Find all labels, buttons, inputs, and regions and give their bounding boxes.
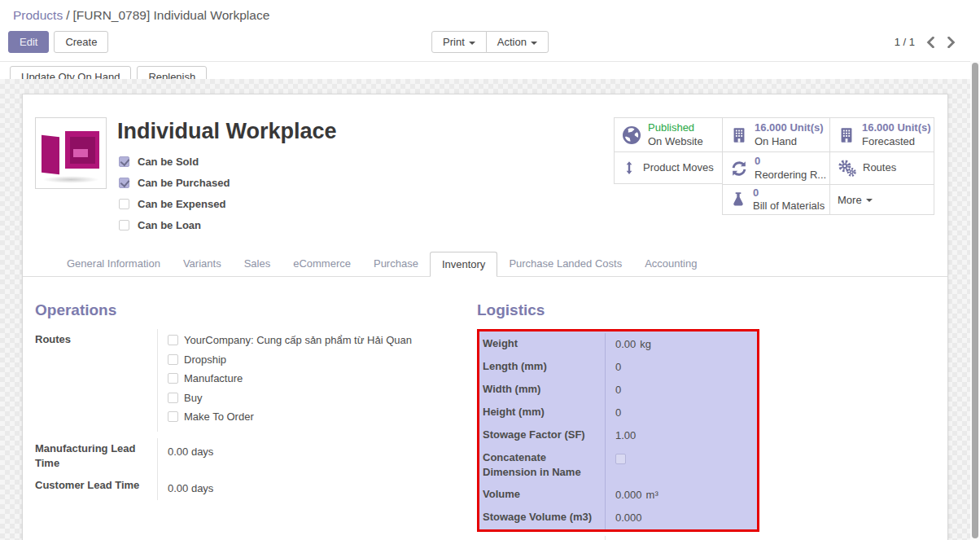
arrows-v-icon	[622, 159, 637, 177]
building-icon	[730, 126, 748, 144]
concatenate-dimension-label: Concatenate Dimension in Name	[479, 447, 605, 485]
breadcrumb-separator: /	[66, 8, 69, 22]
stat-bill-of-materials[interactable]: 0 Bill of Materials	[722, 184, 829, 215]
flag-label: Can be Expensed	[138, 198, 225, 210]
routes-label: Routes	[35, 329, 157, 432]
route-buy-checkbox[interactable]	[168, 393, 178, 403]
height-row: Height (mm) 0	[479, 402, 757, 424]
tab-sales[interactable]: Sales	[233, 252, 282, 277]
stowage-volume-label: Stowage Volume (m3)	[479, 507, 605, 529]
route-option: Dropship	[168, 352, 455, 368]
tab-purchase[interactable]: Purchase	[362, 252, 430, 277]
stat-product-moves[interactable]: Product Moves	[614, 151, 722, 184]
weight-unit: kg	[640, 338, 651, 350]
pager: 1 / 1	[895, 36, 967, 48]
width-label: Width (mm)	[479, 379, 605, 402]
route-option: YourCompany: Cung cấp sản phẩm từ Hải Qu…	[168, 332, 455, 349]
length-row: Length (mm) 0	[479, 356, 757, 379]
action-dropdown-button[interactable]: Action	[486, 31, 549, 53]
stowage-factor-value: 1.00	[605, 424, 757, 447]
stowage-volume-value: 0.000	[605, 507, 757, 529]
inventory-tab-content: Operations Routes YourCompany: Cung cấp …	[23, 277, 947, 540]
stat-on-hand[interactable]: 16.000 Unit(s) On Hand	[722, 117, 829, 151]
caret-down-icon	[469, 42, 475, 45]
route-dropship-checkbox[interactable]	[168, 354, 178, 365]
breadcrumb-current: [FURN_0789] Individual Workplace	[72, 8, 269, 22]
caret-down-icon	[531, 42, 537, 45]
route-option: Manufacture	[168, 371, 455, 387]
stat-routes[interactable]: Routes	[829, 151, 934, 184]
tab-purchase-landed-costs[interactable]: Purchase Landed Costs	[497, 252, 633, 277]
concatenate-dimension-checkbox[interactable]	[615, 454, 626, 464]
stat-published-on-website[interactable]: Published On Website	[614, 117, 722, 151]
scrollbar-thumb[interactable]	[972, 63, 978, 538]
stat-button-grid: Published On Website	[614, 117, 934, 215]
operations-heading: Operations	[35, 301, 455, 319]
scrollbar	[970, 61, 980, 540]
responsible-row: Responsible OdooBot	[477, 536, 759, 540]
weight-row: Weight 0.00kg	[479, 331, 757, 356]
gears-icon	[838, 159, 856, 178]
can-be-loan-checkbox[interactable]	[119, 220, 129, 230]
stowage-factor-row: Stowage Factor (SF) 1.00	[479, 424, 757, 447]
customer-lead-time-row: Customer Lead Time 0.00 days	[35, 475, 455, 500]
responsible-label: Responsible	[477, 536, 605, 540]
published-status: Published	[648, 121, 703, 134]
route-yourcompany-checkbox[interactable]	[168, 335, 178, 345]
product-image-shape	[42, 176, 99, 183]
route-option: Buy	[168, 390, 455, 406]
chevron-right-icon[interactable]	[947, 37, 956, 48]
sheet-header: Individual Workplace Can be Sold Can be …	[23, 94, 947, 240]
breadcrumb-products-link[interactable]: Products	[13, 8, 63, 22]
concatenate-dimension-row: Concatenate Dimension in Name	[479, 447, 757, 485]
logistics-heading: Logistics	[477, 301, 759, 319]
manufacturing-lead-time-row: Manufacturing Lead Time 0.00 days	[35, 438, 455, 476]
tab-general-information[interactable]: General Information	[55, 252, 172, 277]
length-value: 0	[605, 356, 757, 379]
volume-label: Volume	[479, 484, 605, 507]
can-be-expensed-checkbox[interactable]	[119, 199, 129, 209]
chevron-left-icon[interactable]	[926, 37, 935, 48]
can-be-sold-checkbox[interactable]	[119, 156, 129, 167]
operations-group: Operations Routes YourCompany: Cung cấp …	[35, 277, 455, 540]
more-dropdown-button[interactable]: More	[829, 184, 934, 215]
flag-can-be-expensed: Can be Expensed	[119, 198, 614, 210]
tab-inventory[interactable]: Inventory	[430, 252, 497, 277]
tab-accounting[interactable]: Accounting	[633, 252, 708, 277]
flag-can-be-purchased: Can be Purchased	[119, 177, 614, 189]
routes-options: YourCompany: Cung cấp sản phẩm từ Hải Qu…	[157, 329, 455, 432]
height-label: Height (mm)	[479, 402, 605, 424]
tab-variants[interactable]: Variants	[172, 252, 233, 277]
routes-field-row: Routes YourCompany: Cung cấp sản phẩm từ…	[35, 329, 455, 432]
logistics-highlight-box: Weight 0.00kg Length (mm) 0 Width (mm) 0	[477, 329, 759, 532]
width-row: Width (mm) 0	[479, 379, 757, 402]
flag-can-be-sold: Can be Sold	[119, 156, 614, 168]
can-be-purchased-checkbox[interactable]	[119, 178, 129, 188]
concatenate-dimension-value	[605, 447, 757, 485]
weight-label: Weight	[479, 333, 605, 356]
flag-label: Can be Loan	[138, 219, 201, 231]
header-main: Individual Workplace Can be Sold Can be …	[107, 117, 614, 240]
route-manufacture-checkbox[interactable]	[168, 373, 178, 384]
volume-unit: m³	[646, 489, 658, 501]
length-label: Length (mm)	[479, 356, 605, 379]
odoo-product-form-screen: Products/[FURN_0789] Individual Workplac…	[0, 0, 980, 540]
control-panel: Products/[FURN_0789] Individual Workplac…	[0, 0, 980, 62]
stat-empty-cell	[614, 184, 722, 215]
logistics-group: Logistics Weight 0.00kg Length (mm) 0 Wi…	[477, 277, 759, 540]
flask-icon	[730, 191, 746, 209]
refresh-icon	[730, 160, 748, 178]
volume-value: 0.000m³	[605, 484, 757, 507]
tab-ecommerce[interactable]: eCommerce	[282, 252, 362, 277]
print-dropdown-button[interactable]: Print	[431, 31, 487, 53]
stat-reordering-rules[interactable]: 0 Reordering R...	[722, 151, 829, 184]
route-make-to-order-checkbox[interactable]	[168, 411, 178, 422]
stowage-factor-label: Stowage Factor (SF)	[479, 424, 605, 447]
manufacturing-lead-time-label: Manufacturing Lead Time	[35, 438, 157, 476]
stat-forecasted[interactable]: 16.000 Unit(s) Forecasted	[829, 117, 934, 151]
edit-button[interactable]: Edit	[8, 31, 49, 53]
width-value: 0	[605, 379, 757, 402]
create-button[interactable]: Create	[54, 31, 108, 53]
weight-value: 0.00kg	[605, 333, 757, 356]
caret-down-icon	[866, 199, 873, 202]
